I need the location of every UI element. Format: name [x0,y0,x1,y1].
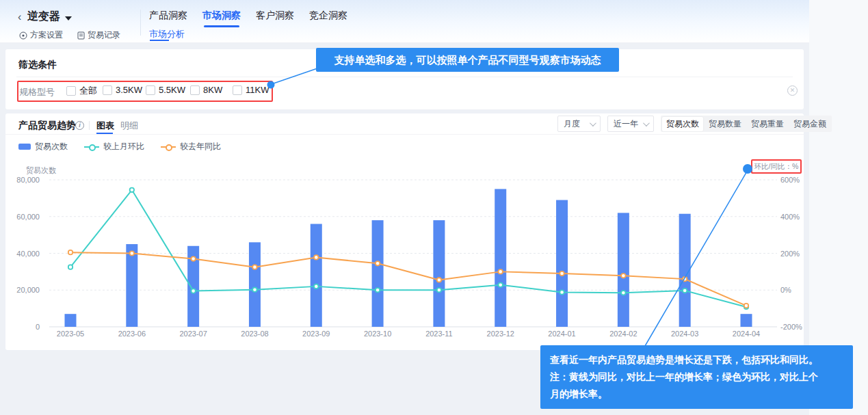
point-2024-02[interactable] [621,273,625,278]
point-2023-05[interactable] [68,250,73,254]
point-2023-07[interactable] [191,256,195,260]
svg-text:0%: 0% [780,286,791,294]
x-tick-label: 2024-03 [671,330,698,338]
point-2023-05[interactable] [68,265,73,269]
x-tick-label: 2023-05 [57,330,84,338]
svg-text:0: 0 [36,323,40,331]
point-2023-06[interactable] [130,188,134,192]
point-2023-11[interactable] [437,288,441,292]
x-tick-label: 2023-10 [364,330,391,338]
bar-2023-08[interactable] [249,242,261,327]
svg-text:60,000: 60,000 [16,213,40,221]
point-2023-10[interactable] [376,261,380,265]
svg-text:200%: 200% [780,250,800,258]
x-tick-label: 2023-09 [302,330,330,338]
point-2024-04[interactable] [744,304,748,308]
point-2023-09[interactable] [314,255,318,259]
x-tick-label: 2023-12 [487,330,514,338]
right-axis-title: 环比/同比：% [751,159,802,174]
bar-2023-11[interactable] [433,220,445,327]
svg-text:20,000: 20,000 [16,286,40,294]
bar-2024-01[interactable] [556,200,568,327]
point-2023-09[interactable] [314,284,318,289]
point-2024-03[interactable] [683,277,687,281]
point-2023-12[interactable] [499,269,503,273]
point-2023-12[interactable] [499,283,503,287]
point-2023-10[interactable] [376,288,380,292]
x-tick-label: 2023-11 [425,330,453,338]
x-tick-label: 2023-08 [241,330,268,338]
svg-text:40,000: 40,000 [16,250,40,258]
point-2024-02[interactable] [621,291,625,295]
bar-2023-12[interactable] [495,189,506,327]
point-2023-06[interactable] [130,251,134,255]
point-2023-08[interactable] [252,288,257,292]
bar-2023-06[interactable] [126,244,137,327]
bar-2024-03[interactable] [679,214,691,327]
trend-annotation-tip: 查看近一年内产品贸易趋势是增长还是下跌，包括环比和同比。 注：黄线为同比，对比上… [540,345,853,409]
x-tick-label: 2024-04 [733,330,760,338]
x-tick-label: 2023-07 [179,330,207,338]
x-tick-label: 2024-02 [609,330,637,338]
point-2024-01[interactable] [560,290,564,294]
point-2023-11[interactable] [437,278,441,282]
point-2024-01[interactable] [560,271,564,276]
svg-text:600%: 600% [780,176,800,184]
bar-2023-10[interactable] [372,220,384,327]
x-tick-label: 2024-01 [548,330,575,338]
bar-2023-05[interactable] [65,314,77,327]
tip-line: 查看近一年内产品贸易趋势是增长还是下跌，包括环比和同比。 [550,351,843,369]
x-tick-label: 2023-06 [118,330,146,338]
bar-2024-02[interactable] [618,213,629,327]
svg-text:400%: 400% [780,213,800,221]
tip-line: 注：黄线为同比，对比上一年的增长率；绿色为环比，对比上个 [550,369,843,386]
svg-text:-200%: -200% [780,323,802,331]
point-2023-08[interactable] [252,265,257,269]
bar-2023-09[interactable] [311,224,322,327]
point-2023-07[interactable] [191,289,195,293]
tip-line: 月的增长率。 [550,386,843,403]
filter-annotation-tip: 支持单选和多选，可以按照单个产品不同型号观察市场动态 [316,48,619,72]
bar-2024-04[interactable] [741,314,752,327]
point-2024-03[interactable] [683,289,687,293]
svg-text:80,000: 80,000 [16,176,40,184]
